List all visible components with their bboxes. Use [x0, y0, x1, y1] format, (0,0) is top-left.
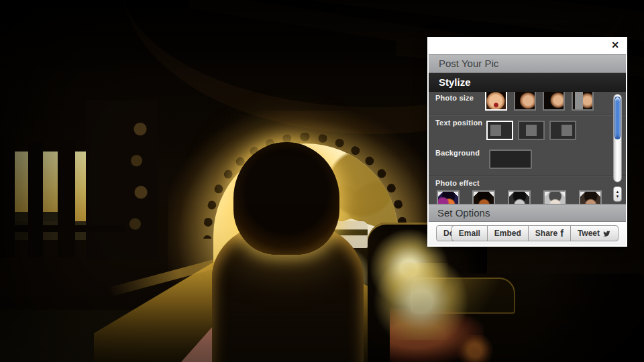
twitter-bird-icon: [602, 230, 611, 237]
text-position-center[interactable]: [518, 121, 545, 140]
email-button[interactable]: Email: [451, 225, 488, 241]
background-row: Background: [429, 145, 626, 175]
bridge-pillar: [28, 142, 43, 257]
photo-size-option-small[interactable]: [543, 92, 565, 111]
photo-effect-row: Photo effect: [429, 175, 626, 204]
photo-size-option-full[interactable]: [485, 92, 507, 111]
share-button-group: Email Embed Sharef Tweet: [451, 225, 619, 241]
bridge-pillar: [0, 137, 15, 258]
photo-effect-soft[interactable]: [579, 190, 602, 204]
screenshot-root: ✕ Post Your Pic Stylize Photo size Text …: [0, 0, 644, 362]
photo-effect-vivid[interactable]: [437, 190, 460, 204]
photo-effect-light[interactable]: [543, 190, 566, 204]
photo-size-option-portrait[interactable]: [514, 92, 536, 111]
dialog-top-strip: ✕: [429, 37, 626, 54]
tweet-button[interactable]: Tweet: [570, 225, 619, 241]
scrollbar-thumb[interactable]: [614, 97, 621, 139]
text-position-row: Text position: [429, 115, 626, 145]
sculpted-pier: [86, 101, 158, 259]
text-position-label: Text position: [435, 119, 482, 127]
text-position-right[interactable]: [549, 121, 576, 140]
post-your-pic-dialog: ✕ Post Your Pic Stylize Photo size Text …: [427, 37, 627, 247]
scrollbar-arrows[interactable]: ▲ ▼: [613, 186, 622, 202]
woman-silhouette-hair: [233, 142, 339, 255]
bridge-pillar: [58, 139, 75, 257]
scroll-down-icon[interactable]: ▼: [616, 194, 620, 199]
railing: [0, 225, 125, 232]
share-facebook-button[interactable]: Sharef: [528, 225, 571, 241]
text-position-left[interactable]: [486, 121, 513, 140]
stylize-options-panel: Photo size Text position Background: [429, 92, 626, 204]
photo-size-options: [485, 92, 594, 111]
bright-glare: [362, 263, 480, 340]
background-color-swatch[interactable]: [489, 149, 532, 169]
photo-size-label: Photo size: [435, 94, 474, 102]
background-label: Background: [435, 149, 480, 157]
photo-effect-warm[interactable]: [472, 190, 495, 204]
dialog-title-bar[interactable]: Post Your Pic: [429, 54, 626, 73]
facebook-icon: f: [560, 229, 564, 237]
embed-button[interactable]: Embed: [487, 225, 529, 241]
scroll-up-icon[interactable]: ▲: [616, 190, 620, 194]
photo-effect-mono[interactable]: [508, 190, 531, 204]
scrollbar-track[interactable]: [613, 94, 622, 182]
text-position-options: [486, 121, 576, 140]
photo-effect-label: Photo effect: [435, 179, 480, 187]
close-icon[interactable]: ✕: [611, 39, 619, 51]
photo-effect-options: [437, 190, 602, 204]
photo-size-option-framed[interactable]: [572, 92, 594, 111]
set-options-bar[interactable]: Set Options: [429, 204, 626, 222]
stylize-section-header[interactable]: Stylize: [429, 73, 626, 92]
photo-size-row: Photo size: [429, 92, 626, 115]
dialog-footer: Done Email Embed Sharef Tweet: [429, 222, 626, 245]
